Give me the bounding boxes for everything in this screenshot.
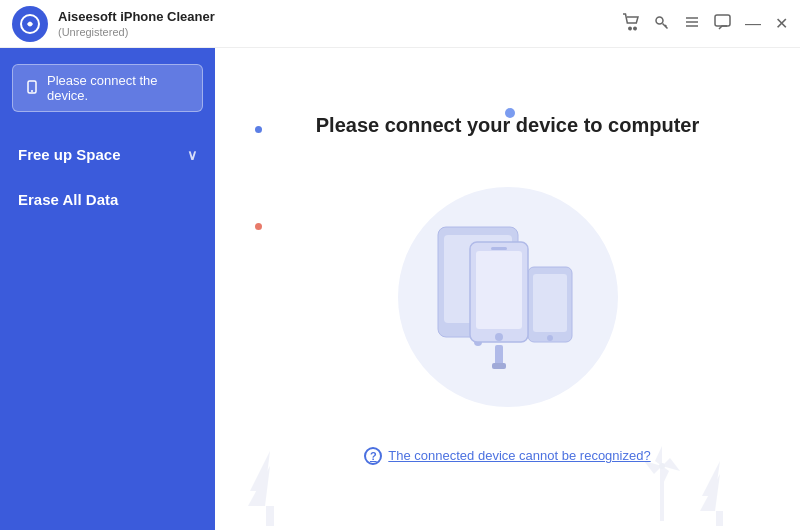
- app-branding: Aiseesoft iPhone Cleaner (Unregistered): [12, 6, 215, 42]
- svg-rect-27: [716, 511, 723, 526]
- svg-point-15: [547, 335, 553, 341]
- cart-icon[interactable]: [622, 13, 640, 35]
- sidebar-item-label: Erase All Data: [18, 191, 118, 208]
- connect-label: Please connect the device.: [47, 73, 190, 103]
- chevron-down-icon: ∨: [187, 147, 197, 163]
- svg-rect-18: [491, 247, 507, 250]
- svg-point-3: [656, 17, 663, 24]
- window-controls: — ✕: [622, 13, 788, 35]
- help-link[interactable]: ? The connected device cannot be recogni…: [364, 447, 650, 465]
- svg-point-1: [629, 27, 631, 29]
- svg-rect-17: [476, 251, 522, 329]
- phone-icon: [25, 80, 39, 97]
- sidebar: Please connect the device. Free up Space…: [0, 48, 215, 530]
- minimize-icon[interactable]: —: [745, 15, 761, 33]
- devices-svg: [408, 207, 608, 387]
- title-bar: Aiseesoft iPhone Cleaner (Unregistered): [0, 0, 800, 48]
- svg-rect-21: [492, 363, 506, 369]
- help-text[interactable]: The connected device cannot be recognize…: [388, 448, 650, 463]
- main-layout: Please connect the device. Free up Space…: [0, 48, 800, 530]
- svg-rect-24: [266, 506, 274, 526]
- close-icon[interactable]: ✕: [775, 14, 788, 33]
- app-name: Aiseesoft iPhone Cleaner: [58, 9, 215, 26]
- tree-right-decoration: [700, 456, 740, 530]
- menu-icon[interactable]: [684, 14, 700, 34]
- svg-rect-7: [715, 15, 730, 26]
- svg-point-19: [495, 333, 503, 341]
- content-area: Please connect your device to computer: [215, 48, 800, 530]
- question-icon: ?: [364, 447, 382, 465]
- device-illustration: [338, 177, 678, 417]
- app-title-group: Aiseesoft iPhone Cleaner (Unregistered): [58, 9, 215, 38]
- tree-left-decoration: [245, 446, 295, 530]
- sidebar-item-label: Free up Space: [18, 146, 121, 163]
- dot-1: [255, 126, 262, 133]
- app-subtitle: (Unregistered): [58, 26, 215, 38]
- app-logo: [12, 6, 48, 42]
- chat-icon[interactable]: [714, 14, 731, 34]
- sidebar-item-free-up-space[interactable]: Free up Space ∨: [0, 132, 215, 177]
- svg-marker-23: [248, 466, 270, 506]
- svg-rect-14: [533, 274, 567, 332]
- key-icon[interactable]: [654, 14, 670, 34]
- svg-point-29: [659, 463, 665, 469]
- windmill-decoration: [635, 436, 690, 530]
- sidebar-item-erase-all-data[interactable]: Erase All Data: [0, 177, 215, 222]
- main-title: Please connect your device to computer: [316, 114, 699, 137]
- svg-point-2: [634, 27, 636, 29]
- svg-rect-20: [495, 345, 503, 365]
- dot-3: [255, 223, 262, 230]
- connect-device-button[interactable]: Please connect the device.: [12, 64, 203, 112]
